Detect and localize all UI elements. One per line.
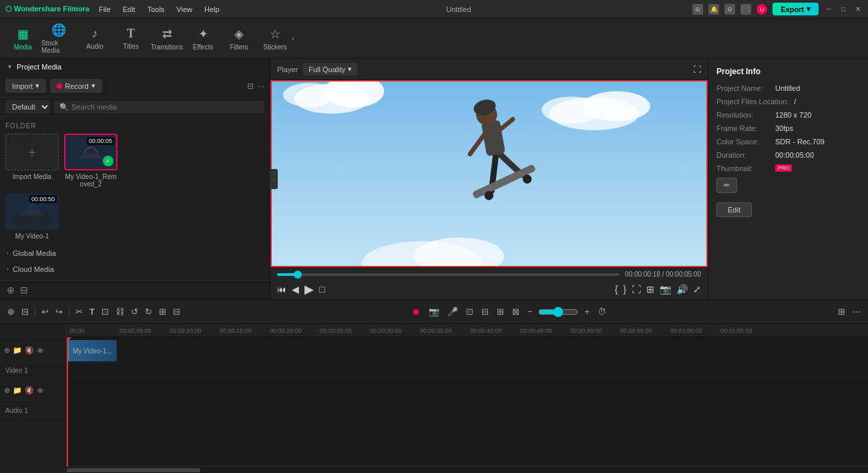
- timeline-redo-button[interactable]: ↪: [53, 305, 65, 319]
- filter-select[interactable]: Default: [5, 100, 50, 114]
- timeline-effect-button[interactable]: ⊡: [464, 305, 475, 319]
- list-item[interactable]: 00:00:05 ✓ My Video-1_Removed_2: [64, 134, 118, 188]
- tool-filters[interactable]: ◈ Filters: [222, 21, 256, 56]
- add-audio-track-icon[interactable]: ⊕: [4, 386, 10, 395]
- fullscreen-button[interactable]: ⤢: [693, 284, 701, 295]
- panel-icon-1[interactable]: ⊕: [7, 285, 15, 295]
- sidebar-item-project-media[interactable]: ▼ Project Media: [0, 59, 270, 75]
- search-input[interactable]: [71, 103, 259, 111]
- playhead[interactable]: [67, 337, 68, 466]
- video-clip[interactable]: My Video-1...: [67, 340, 117, 361]
- video-eye-icon[interactable]: 👁: [37, 347, 44, 355]
- import-button[interactable]: Import ▾: [5, 79, 46, 93]
- notification-icon[interactable]: 🔔: [708, 4, 719, 15]
- volume-button[interactable]: 🔊: [676, 284, 688, 295]
- tool-media[interactable]: ▦ Media: [5, 21, 40, 56]
- screen-button[interactable]: ⛶: [632, 284, 641, 295]
- export-button[interactable]: Export ▾: [773, 3, 819, 15]
- minimize-button[interactable]: ─: [824, 5, 833, 14]
- panel-collapse-button[interactable]: ‹: [270, 169, 278, 189]
- video-mute-icon[interactable]: 🔇: [25, 346, 34, 355]
- player-tab[interactable]: Player: [277, 65, 298, 73]
- timeline-undo-button[interactable]: ↩: [39, 305, 51, 319]
- split-screen-button[interactable]: ⊞: [646, 284, 654, 295]
- tool-effects[interactable]: ✦ Effects: [186, 21, 220, 56]
- menu-tools[interactable]: Tools: [142, 4, 170, 15]
- menu-edit[interactable]: Edit: [118, 4, 141, 15]
- folder-track-icon[interactable]: 📁: [13, 346, 22, 355]
- timeline-redo2-button[interactable]: ↻: [143, 305, 154, 319]
- progress-bar[interactable]: [277, 273, 620, 276]
- menu-file[interactable]: File: [93, 4, 116, 15]
- timeline-plus-button[interactable]: +: [582, 305, 592, 319]
- selected-checkmark-icon: ✓: [103, 156, 114, 166]
- timeline-toolbar: ⊕ ⊟ ↩ ↪ ✂ T ⊡ ⛓ ↺ ↻ ⊞ ⊟ ⏺ 📷 🎤 ⊡ ⊟ ⊞ ⊠ − …: [0, 300, 868, 324]
- timeline-camera-button[interactable]: 📷: [427, 305, 441, 319]
- mark-out-button[interactable]: }: [623, 284, 626, 295]
- timeline-clock-button[interactable]: ⏱: [596, 305, 608, 319]
- close-button[interactable]: ✕: [853, 5, 863, 14]
- mark-in-button[interactable]: {: [615, 284, 618, 295]
- filter-icon[interactable]: ⊟: [247, 82, 254, 91]
- maximize-button[interactable]: □: [839, 5, 848, 14]
- timeline-minus-button[interactable]: −: [525, 305, 535, 319]
- timeline-link-button[interactable]: ⛓: [114, 305, 126, 319]
- ruler-mark: 00:00:30:00: [370, 327, 420, 334]
- timeline-crop-button[interactable]: ⊡: [99, 305, 111, 319]
- tool-transitions[interactable]: ⇄ Transitions: [150, 21, 184, 56]
- tool-stickers[interactable]: ☆ Stickers: [258, 21, 292, 56]
- camera-button[interactable]: 📷: [660, 284, 671, 295]
- timeline-split-button[interactable]: ⊞: [495, 305, 506, 319]
- edit-button[interactable]: Edit: [716, 202, 752, 217]
- folder-audio-icon[interactable]: 📁: [13, 386, 22, 395]
- timeline-copy-button[interactable]: ⊞: [157, 305, 168, 319]
- settings-icon[interactable]: ⚙: [724, 4, 735, 15]
- add-track-icon[interactable]: ⊕: [4, 346, 10, 355]
- progress-handle[interactable]: [294, 271, 302, 279]
- skip-back-button[interactable]: ⏮: [277, 284, 286, 295]
- scrollbar-thumb[interactable]: [67, 468, 200, 472]
- timeline-color-button[interactable]: ⊟: [479, 305, 491, 319]
- timeline-mic-button[interactable]: 🎤: [445, 305, 460, 319]
- play-button[interactable]: ▶: [304, 282, 314, 297]
- project-location-value: /: [794, 98, 796, 106]
- grid-icon[interactable]: ⋮⋮: [740, 4, 751, 15]
- tool-transitions-label: Transitions: [151, 43, 184, 51]
- preview-expand-icon[interactable]: ⛶: [693, 65, 701, 74]
- tool-stock-media[interactable]: 🌐 Stock Media: [41, 21, 76, 56]
- timeline-add-button[interactable]: ⊕: [5, 305, 17, 319]
- list-item[interactable]: + Import Media: [5, 134, 59, 188]
- toolbar-expand-arrow[interactable]: ›: [288, 34, 298, 43]
- sidebar-item-cloud-media[interactable]: › Cloud Media: [0, 261, 270, 277]
- zoom-slider[interactable]: [538, 307, 578, 317]
- timeline-speed-button[interactable]: ⊠: [510, 305, 521, 319]
- frame-back-button[interactable]: ◀: [292, 284, 299, 295]
- tool-titles[interactable]: T Titles: [114, 21, 148, 56]
- timeline-cut-button[interactable]: ✂: [73, 305, 85, 319]
- avatar[interactable]: U: [756, 4, 767, 15]
- panel-icon-2[interactable]: ⊟: [20, 285, 28, 295]
- tool-effects-label: Effects: [193, 43, 213, 51]
- timeline-grid-button[interactable]: ⊞: [836, 305, 847, 319]
- menu-view[interactable]: View: [171, 4, 198, 15]
- timeline-undo2-button[interactable]: ↺: [129, 305, 140, 319]
- ruler-mark: 00:00:10:00: [170, 327, 220, 334]
- audio-eye-icon[interactable]: 👁: [37, 387, 44, 395]
- quality-selector[interactable]: Full Quality ▾: [303, 63, 357, 75]
- tool-audio[interactable]: ♪ Audio: [77, 21, 112, 56]
- search-icon[interactable]: ⊞: [692, 4, 703, 15]
- pencil-button[interactable]: ✏: [716, 178, 737, 193]
- timeline-record-button[interactable]: ⏺: [410, 305, 423, 319]
- timeline-magnet-button[interactable]: ⊟: [19, 305, 31, 319]
- more-options-icon[interactable]: ···: [258, 82, 264, 91]
- timeline-scrollbar[interactable]: [67, 466, 868, 473]
- menu-help[interactable]: Help: [199, 4, 225, 15]
- record-button[interactable]: Record ▾: [50, 79, 101, 93]
- frame-forward-button[interactable]: □: [319, 284, 324, 295]
- timeline-paste-button[interactable]: ⊟: [171, 305, 182, 319]
- audio-mute-icon[interactable]: 🔇: [25, 386, 34, 395]
- list-item[interactable]: 00:00:50 My Video-1: [5, 193, 59, 240]
- sidebar-item-global-media[interactable]: › Global Media: [0, 245, 270, 261]
- timeline-text-button[interactable]: T: [87, 305, 97, 319]
- timeline-more-button[interactable]: ⋯: [850, 305, 863, 319]
